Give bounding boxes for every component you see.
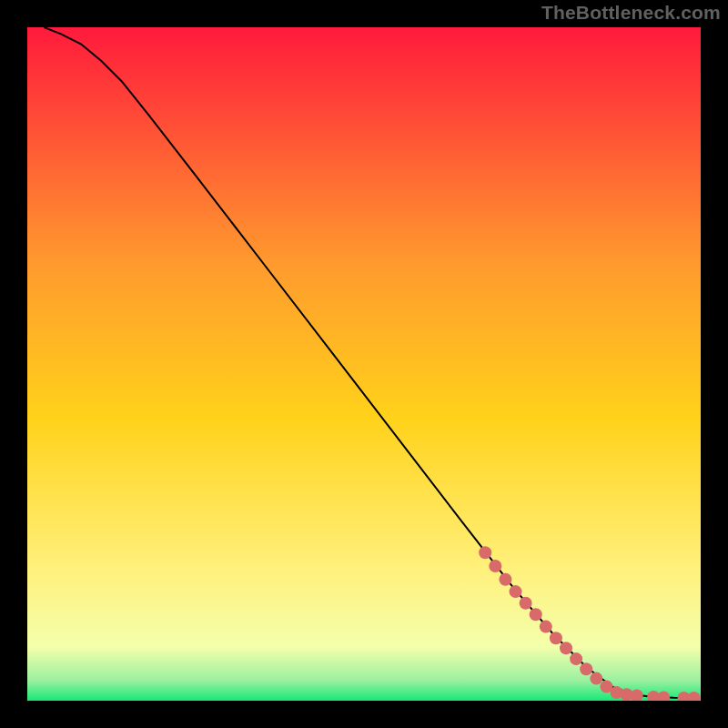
data-marker (530, 608, 542, 621)
data-marker (520, 597, 532, 610)
data-marker (499, 573, 511, 586)
watermark-text: TheBottleneck.com (541, 2, 721, 24)
plot-area (27, 27, 701, 701)
plot-svg (27, 27, 701, 701)
data-marker (560, 642, 572, 654)
data-marker (479, 546, 491, 559)
data-marker (540, 621, 552, 633)
gradient-background (27, 27, 701, 701)
data-marker (489, 560, 501, 572)
data-marker (510, 585, 522, 598)
data-marker (590, 672, 602, 685)
data-marker (580, 662, 592, 675)
data-marker (570, 652, 582, 665)
data-marker (550, 632, 562, 644)
chart-frame: TheBottleneck.com (0, 0, 728, 728)
